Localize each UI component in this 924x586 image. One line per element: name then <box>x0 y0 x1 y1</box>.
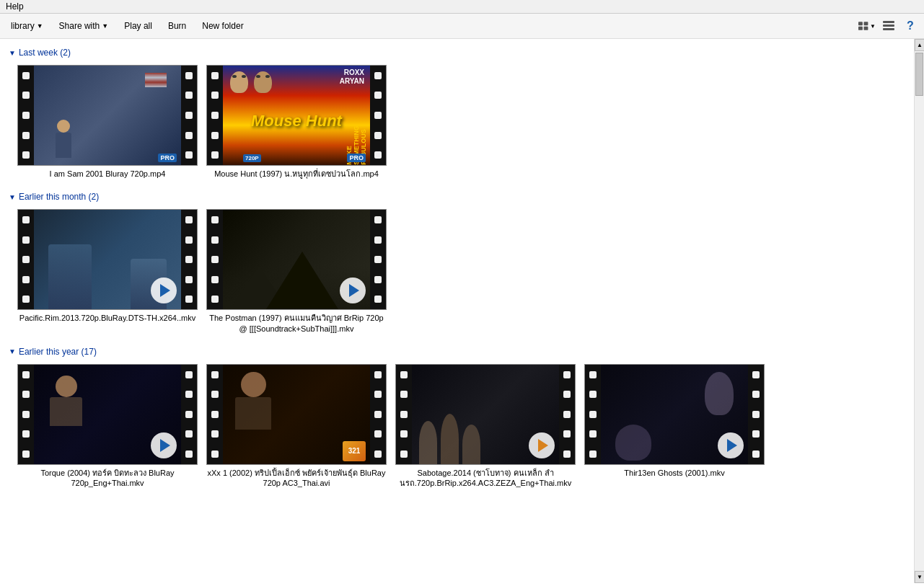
film-hole <box>185 430 193 438</box>
figure <box>56 120 71 158</box>
scroll-up-button[interactable]: ▲ <box>915 39 924 51</box>
film-hole <box>589 450 597 458</box>
list-item[interactable]: PRO I am Sam 2001 Bluray 720p.mp4 <box>17 65 198 179</box>
collapse-triangle-icon: ▼ <box>9 49 16 57</box>
list-item[interactable]: Torque (2004) ทอร์ค บิดทะลวง BluRay 720p… <box>17 364 198 489</box>
film-hole <box>374 151 382 159</box>
person-sabotage1 <box>419 421 437 464</box>
film-hole <box>185 132 193 139</box>
film-hole <box>22 112 30 119</box>
section-earlier-year[interactable]: ▼ Earlier this year (17) <box>9 347 905 357</box>
film-hole <box>563 371 571 378</box>
play-overlay[interactable] <box>151 432 177 458</box>
face-torque <box>56 376 77 397</box>
film-hole <box>374 72 382 79</box>
thumbnail-torque[interactable] <box>17 364 198 465</box>
list-item[interactable]: ROXXARYAN <box>206 65 387 179</box>
menu-help[interactable]: Help <box>6 1 24 12</box>
scroll-track[interactable] <box>915 51 924 571</box>
new-folder-button[interactable]: New folder <box>195 18 250 34</box>
share-with-button[interactable]: Share with ▼ <box>53 18 115 34</box>
film-hole <box>22 72 30 79</box>
section-last-week-label: Last week (2) <box>19 48 71 58</box>
film-hole <box>211 92 219 99</box>
film-hole <box>22 391 30 398</box>
earlier-month-grid: Pacific.Rim.2013.720p.BluRay.DTS-TH.x264… <box>9 209 905 334</box>
film-hole <box>374 236 382 244</box>
svg-rect-2 <box>858 27 863 30</box>
film-strip-right <box>370 365 386 464</box>
menu-bar: Help <box>0 0 924 14</box>
film-strip-left <box>18 66 34 165</box>
film-hole <box>211 450 219 458</box>
film-hole <box>185 276 193 283</box>
film-hole <box>22 450 30 458</box>
thumbnail-mousehunt[interactable]: ROXXARYAN <box>206 65 387 166</box>
play-all-label: Play all <box>124 21 152 31</box>
film-strip-left <box>585 365 601 464</box>
list-item[interactable]: Pacific.Rim.2013.720p.BluRay.DTS-TH.x264… <box>17 209 198 334</box>
thumbnail-xxx[interactable]: 321 <box>206 364 387 465</box>
play-all-button[interactable]: Play all <box>118 18 159 34</box>
film-hole <box>374 132 382 139</box>
film-hole <box>211 216 219 223</box>
section-last-week[interactable]: ▼ Last week (2) <box>9 48 905 58</box>
svg-rect-4 <box>883 21 894 23</box>
film-hole <box>185 236 193 244</box>
list-item[interactable]: Thir13en Ghosts (2001).mkv <box>584 364 765 489</box>
library-button[interactable]: library ▼ <box>4 18 50 34</box>
play-overlay[interactable] <box>718 432 744 458</box>
film-hole <box>22 132 30 139</box>
new-folder-label: New folder <box>202 21 243 31</box>
film-hole <box>211 256 219 263</box>
thumbnail-13ghosts[interactable] <box>584 364 765 465</box>
list-item[interactable]: 321 xXx 1 (2002) ทริปเปิ้ลเอ็กซ์ พยัคร์เ… <box>206 364 387 489</box>
film-hole <box>752 430 760 438</box>
film-hole <box>589 411 597 418</box>
view-list-button[interactable] <box>879 17 898 35</box>
movie-label-torque: Torque (2004) ทอร์ค บิดทะลวง BluRay 720p… <box>17 468 198 489</box>
play-triangle-icon <box>727 439 737 452</box>
film-hole <box>400 430 408 438</box>
section-earlier-month[interactable]: ▼ Earlier this month (2) <box>9 192 905 202</box>
play-overlay[interactable] <box>529 432 555 458</box>
film-strip-left <box>18 210 34 309</box>
mountain2 <box>266 252 338 309</box>
film-strip-left <box>207 365 223 464</box>
film-hole <box>211 112 219 119</box>
vertical-scrollbar[interactable]: ▲ ▼ <box>914 39 924 583</box>
movie-label-sabotage: Sabotage.2014 (ซาโบทาจ) คนเหล็ก ลำนรถ.72… <box>395 468 576 489</box>
scroll-down-button[interactable]: ▼ <box>915 571 924 583</box>
film-hole <box>211 391 219 398</box>
list-item[interactable]: The Postman (1997) คนแมนคืนวิญาศ BrRip 7… <box>206 209 387 334</box>
list-item[interactable]: Sabotage.2014 (ซาโบทาจ) คนเหล็ก ลำนรถ.72… <box>395 364 576 489</box>
film-hole <box>22 430 30 438</box>
last-week-grid: PRO I am Sam 2001 Bluray 720p.mp4 <box>9 65 905 179</box>
film-hole <box>185 256 193 263</box>
film-hole <box>185 92 193 99</box>
thumbnail-sabotage[interactable] <box>395 364 576 465</box>
film-hole <box>374 276 382 283</box>
main-panel[interactable]: ▼ Last week (2) <box>0 39 914 583</box>
svg-rect-6 <box>883 28 894 30</box>
body <box>56 133 71 158</box>
eye1 <box>232 75 237 78</box>
collapse-triangle-icon: ▼ <box>9 347 16 355</box>
film-strip-right <box>181 66 197 165</box>
film-hole <box>400 411 408 418</box>
thumbnail-postman[interactable] <box>206 209 387 310</box>
view-thumbnail-button[interactable]: ▼ <box>858 17 876 35</box>
scene-background <box>34 66 181 165</box>
film-hole <box>211 371 219 378</box>
thumb-image-iamsam <box>34 66 181 165</box>
thumbnail-pacific[interactable] <box>17 209 198 310</box>
film-hole <box>374 430 382 438</box>
library-arrow-icon: ▼ <box>37 22 43 30</box>
help-icon-button[interactable]: ? <box>901 17 920 35</box>
burn-button[interactable]: Burn <box>162 18 193 34</box>
film-strip-left <box>207 66 223 165</box>
thumbnail-iamsam[interactable]: PRO <box>17 65 198 166</box>
movie-label-pacific: Pacific.Rim.2013.720p.BluRay.DTS-TH.x264… <box>19 313 195 323</box>
film-hole <box>589 430 597 438</box>
scroll-thumb[interactable] <box>915 53 923 96</box>
